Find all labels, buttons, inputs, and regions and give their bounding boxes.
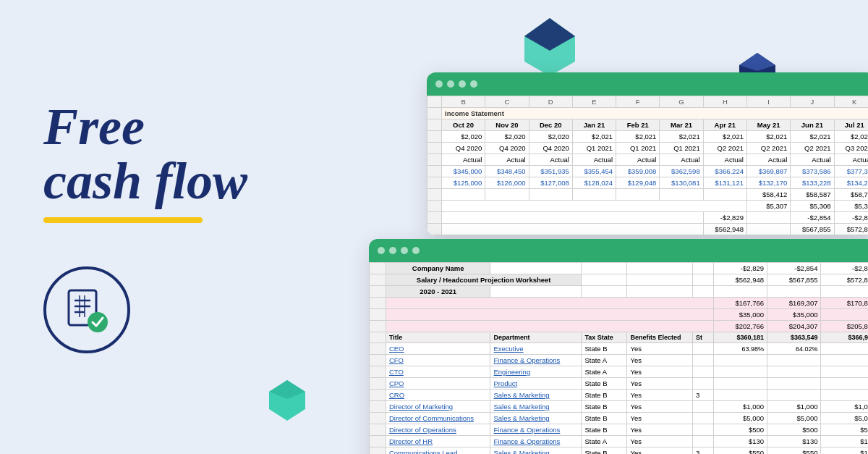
cell: $351,935 (529, 166, 572, 177)
cell (821, 366, 868, 378)
cell (713, 366, 767, 378)
employee-benefits-cpo: Yes (627, 378, 693, 390)
cell (821, 355, 868, 366)
cell: $562,948 (713, 274, 767, 286)
title-underline (43, 217, 203, 223)
employee-state-ceo: State B (582, 343, 627, 355)
cell: $1,00 (821, 401, 868, 413)
period-nov20: Nov 20 (485, 119, 529, 131)
cell: $359,008 (616, 166, 660, 177)
cell: $125,000 (442, 177, 485, 189)
cell: $58,76 (834, 189, 868, 201)
cell (386, 298, 713, 309)
col-d: D (529, 96, 572, 108)
cell: Actual (572, 154, 616, 166)
worksheet-title-cell: Salary / Headcount Projection Worksheet (386, 274, 582, 286)
col-g: G (660, 96, 703, 108)
employee-dept-cto: Engineering (490, 366, 582, 378)
employee-dept-comm-lead: Sales & Marketing (490, 447, 582, 455)
cell (616, 189, 660, 201)
decorative-shape-bottom-left (268, 379, 307, 425)
cell (703, 189, 746, 201)
col-h: H (703, 96, 746, 108)
cell (627, 274, 693, 286)
cell: $13 (821, 436, 868, 447)
cell: $2,021 (746, 131, 790, 143)
employee-sta-dir-ops (692, 424, 713, 436)
cell: $345,000 (442, 166, 485, 177)
col-c: C (485, 96, 529, 108)
period-mar21: Mar 21 (660, 119, 703, 131)
row-num (370, 424, 386, 436)
row-num (370, 321, 386, 332)
period-jul21: Jul 21 (834, 119, 868, 131)
cell (713, 355, 767, 366)
employee-sta-dir-comm (692, 413, 713, 424)
row-num (370, 286, 386, 298)
cell: $550 (713, 447, 767, 455)
cell: $5,308 (791, 201, 834, 212)
cell: $5,000 (767, 413, 821, 424)
cell: $2,021 (616, 131, 660, 143)
row-num (427, 224, 442, 235)
cell: Q4 2020 (485, 143, 529, 154)
cell: $2,020 (529, 131, 572, 143)
employee-sta-dir-hr (692, 436, 713, 447)
employee-dept-cfo: Finance & Operations (490, 355, 582, 366)
cell: -$2,87 (834, 212, 868, 224)
col-b: B (442, 96, 485, 108)
employee-title-dir-comm: Director of Communications (386, 413, 490, 424)
employee-benefits-dir-hr: Yes (627, 436, 693, 447)
col-e: E (572, 96, 616, 108)
employee-dept-ceo: Executive (490, 343, 582, 355)
employee-state-dir-comm: State B (582, 413, 627, 424)
cell (582, 263, 627, 274)
cell (660, 189, 703, 201)
employee-benefits-dir-ops: Yes (627, 424, 693, 436)
employee-title-dir-ops: Director of Operations (386, 424, 490, 436)
cell: $167,766 (713, 298, 767, 309)
cell: Q4 2020 (529, 143, 572, 154)
title-cashflow: cash flow (43, 153, 333, 210)
row-num (370, 447, 386, 455)
cell: $366,94 (821, 332, 868, 343)
cell: $377,32 (834, 166, 868, 177)
cell: Q2 2021 (791, 143, 834, 154)
cell: -$2,854 (791, 212, 834, 224)
row-num (370, 378, 386, 390)
cell (821, 286, 868, 298)
cell: $562,948 (703, 224, 746, 235)
employee-title-dir-hr: Director of HR (386, 436, 490, 447)
cell: Actual (616, 154, 660, 166)
cell: Q4 2020 (442, 143, 485, 154)
cell: $50 (821, 424, 868, 436)
window-dot-1 (435, 80, 443, 88)
employee-state-comm-lead: State B (582, 447, 627, 455)
cell (713, 286, 767, 298)
cell (572, 189, 616, 201)
period-jan21: Jan 21 (572, 119, 616, 131)
employee-sta-cto (692, 366, 713, 378)
employee-state-cto: State A (582, 366, 627, 378)
window-dot-2b (389, 247, 396, 254)
cell: $131,121 (703, 177, 746, 189)
cell: $373,586 (791, 166, 834, 177)
cell: $204,307 (767, 321, 821, 332)
cell: $2,021 (572, 131, 616, 143)
icon-circle (43, 266, 130, 353)
cell: $360,181 (713, 332, 767, 343)
cell (713, 390, 767, 401)
cell: $2,021 (834, 131, 868, 143)
cell: $202,766 (713, 321, 767, 332)
cell (627, 286, 693, 298)
window-header-bottom (369, 239, 868, 262)
cell: $133,228 (791, 177, 834, 189)
cell: $169,307 (767, 298, 821, 309)
col-header-benefits: Benefits Elected (627, 332, 693, 343)
cell: $362,598 (660, 166, 703, 177)
cell: Q1 2021 (660, 143, 703, 154)
row-num (370, 309, 386, 321)
employee-title-ceo: CEO (386, 343, 490, 355)
row-num (370, 355, 386, 366)
employee-title-cfo: CFO (386, 355, 490, 366)
